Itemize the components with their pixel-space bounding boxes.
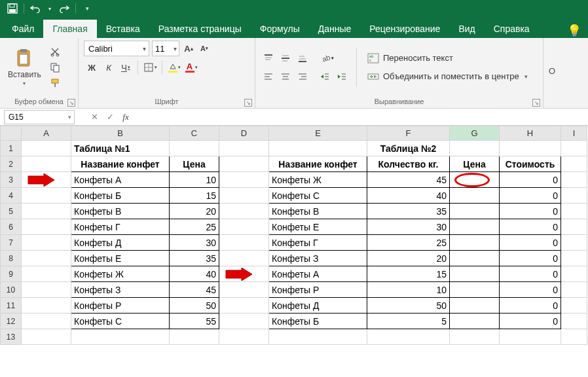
col-header[interactable]: C	[170, 126, 219, 141]
cell[interactable]: Конфеты Е	[269, 219, 367, 235]
cell[interactable]	[561, 298, 587, 314]
cell[interactable]: Название конфет	[269, 156, 367, 172]
row-header[interactable]: 5	[1, 204, 22, 219]
cell[interactable]	[219, 282, 269, 298]
cell[interactable]	[22, 204, 71, 219]
cell[interactable]: 0	[500, 204, 561, 219]
cell[interactable]	[22, 156, 71, 172]
orientation-icon[interactable]: ab▾	[320, 51, 335, 65]
row-header[interactable]: 1	[1, 141, 22, 156]
tab-formulas[interactable]: Формулы	[251, 20, 309, 38]
cell[interactable]: 5	[367, 314, 450, 329]
cell[interactable]: 20	[367, 251, 450, 266]
cell[interactable]	[22, 219, 71, 235]
cell[interactable]: 15	[170, 188, 219, 204]
cell[interactable]	[450, 172, 500, 188]
cell[interactable]: Конфеты Д	[269, 298, 367, 314]
cell[interactable]: Стоимость	[500, 156, 561, 172]
format-painter-icon[interactable]	[48, 76, 62, 90]
tab-data[interactable]: Данные	[309, 20, 361, 38]
cut-icon[interactable]	[48, 45, 62, 59]
cell[interactable]: 15	[367, 266, 450, 282]
cell[interactable]	[450, 251, 500, 266]
bold-button[interactable]: Ж	[84, 60, 100, 75]
col-header[interactable]: I	[561, 126, 587, 141]
cell[interactable]: Конфеты Р	[71, 298, 170, 314]
cell[interactable]	[219, 172, 269, 188]
underline-button[interactable]: Ч▾	[118, 60, 134, 75]
cell[interactable]	[22, 329, 71, 345]
decrease-font-icon[interactable]: A▾	[198, 42, 211, 55]
cell[interactable]	[22, 188, 71, 204]
font-name-select[interactable]: Calibri	[84, 41, 149, 56]
italic-button[interactable]: К	[101, 60, 117, 75]
cell[interactable]	[561, 204, 587, 219]
undo-icon[interactable]	[27, 1, 44, 16]
alignment-launcher-icon[interactable]: ↘	[532, 99, 540, 107]
font-size-select[interactable]: 11	[152, 41, 179, 56]
formula-input[interactable]	[134, 110, 588, 124]
cell[interactable]	[219, 298, 269, 314]
cell[interactable]: 50	[170, 298, 219, 314]
cell[interactable]: Название конфет	[71, 156, 170, 172]
cell[interactable]	[219, 329, 269, 345]
tab-view[interactable]: Вид	[449, 20, 484, 38]
cell[interactable]	[170, 141, 219, 156]
save-icon[interactable]	[4, 1, 21, 16]
cell[interactable]	[219, 251, 269, 266]
cell[interactable]	[71, 329, 170, 345]
cell[interactable]	[22, 266, 71, 282]
cancel-formula-icon[interactable]: ✕	[86, 110, 102, 124]
cell[interactable]	[561, 141, 587, 156]
cell[interactable]: 0	[500, 235, 561, 251]
col-header[interactable]: D	[219, 126, 269, 141]
font-launcher-icon[interactable]: ↘	[244, 99, 252, 107]
cell[interactable]: 30	[170, 235, 219, 251]
align-right-icon[interactable]	[295, 69, 310, 84]
cell[interactable]: Конфеты В	[71, 204, 170, 219]
cell[interactable]	[170, 329, 219, 345]
cell[interactable]: Колчество кг.	[367, 156, 450, 172]
cell[interactable]: 35	[367, 204, 450, 219]
cell[interactable]: 35	[170, 251, 219, 266]
align-bottom-icon[interactable]	[295, 51, 310, 65]
cell[interactable]	[450, 314, 500, 329]
cell[interactable]	[219, 314, 269, 329]
col-header[interactable]: F	[367, 126, 450, 141]
row-header[interactable]: 12	[1, 314, 22, 329]
cell[interactable]: 0	[500, 219, 561, 235]
row-header[interactable]: 11	[1, 298, 22, 314]
cell[interactable]: Конфеты В	[269, 204, 367, 219]
cell[interactable]	[22, 314, 71, 329]
customize-qat-icon[interactable]: ▾	[79, 1, 96, 16]
fill-color-icon[interactable]: ▾	[166, 60, 182, 75]
cell[interactable]	[219, 156, 269, 172]
col-header[interactable]: H	[500, 126, 561, 141]
cell[interactable]: 40	[170, 266, 219, 282]
increase-font-icon[interactable]: A▴	[182, 42, 195, 55]
cell[interactable]: 0	[500, 188, 561, 204]
cell[interactable]	[450, 204, 500, 219]
cell[interactable]	[450, 188, 500, 204]
cell[interactable]	[367, 329, 450, 345]
align-left-icon[interactable]	[261, 69, 276, 84]
cell[interactable]	[219, 188, 269, 204]
cell[interactable]	[450, 329, 500, 345]
cell[interactable]	[561, 188, 587, 204]
cell[interactable]: Конфеты Ж	[269, 172, 367, 188]
spreadsheet-grid[interactable]: A B C D E F G H I 1 Таблица №1 Таблица №…	[0, 126, 588, 361]
cell[interactable]	[219, 219, 269, 235]
cell[interactable]	[269, 141, 367, 156]
row-header[interactable]: 10	[1, 282, 22, 298]
borders-icon[interactable]: ▾	[142, 60, 158, 75]
cell[interactable]: Конфеты А	[269, 266, 367, 282]
row-header[interactable]: 6	[1, 219, 22, 235]
cell[interactable]	[450, 298, 500, 314]
number-format-button[interactable]: О	[549, 66, 555, 76]
col-header[interactable]: B	[71, 126, 170, 141]
enter-formula-icon[interactable]: ✓	[102, 110, 118, 124]
cell[interactable]	[219, 235, 269, 251]
row-header[interactable]: 8	[1, 251, 22, 266]
cell[interactable]	[22, 282, 71, 298]
cell[interactable]: Конфеты З	[71, 282, 170, 298]
